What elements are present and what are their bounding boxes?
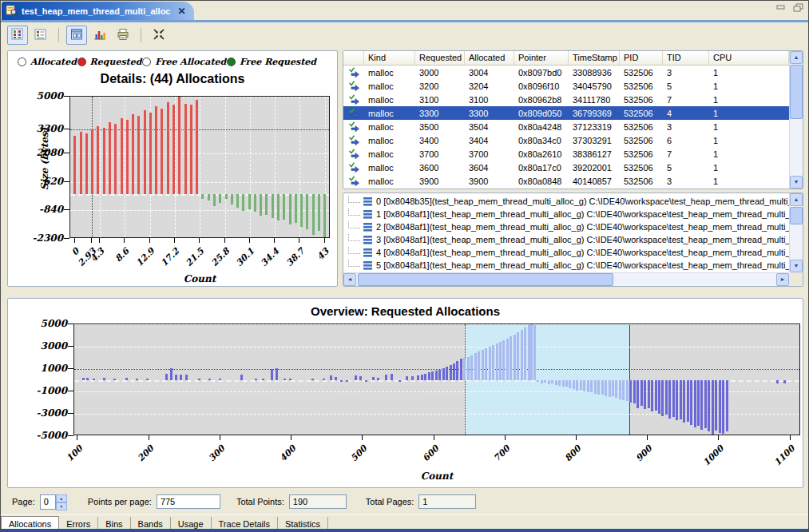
- column-header-Requested[interactable]: Requested: [415, 51, 465, 65]
- bar: [125, 378, 128, 380]
- table-row[interactable]: malloc390039000x80a08484014085753250631: [343, 174, 803, 188]
- list-view-button[interactable]: [30, 26, 51, 45]
- table-cell: 1: [709, 149, 789, 159]
- total-points-value: [289, 494, 347, 509]
- x-tick-label: 800: [563, 443, 583, 463]
- x-tick: [505, 435, 506, 440]
- backtrace-row[interactable]: 1 [0x8048af1](test_heap_mem_thread_multi…: [343, 208, 789, 220]
- restore-icon[interactable]: [793, 3, 803, 13]
- table-cell: 0x8097bd0: [514, 68, 569, 77]
- table-cell: malloc: [364, 136, 415, 145]
- bar: [184, 104, 187, 194]
- table-cell: 6: [663, 136, 709, 145]
- legend-item-free-allocated[interactable]: Free Allocated: [142, 57, 226, 67]
- details-plot-area[interactable]: [69, 96, 330, 238]
- bar: [583, 380, 585, 391]
- table-cell: 532506: [620, 177, 663, 186]
- tree-branch: [348, 208, 360, 216]
- backtrace-vertical-scrollbar[interactable]: ▲ ▼: [789, 193, 803, 272]
- fit-to-window-button[interactable]: [149, 26, 169, 45]
- table-cell: 532506: [620, 95, 663, 105]
- scroll-left-icon[interactable]: ◄: [343, 273, 356, 286]
- bar: [355, 375, 357, 380]
- column-header-Allocated[interactable]: Allocated: [465, 51, 514, 65]
- table-row[interactable]: malloc300030040x8097bd03308893653250631: [343, 66, 803, 79]
- table-row[interactable]: malloc330033000x809d0503679936953250641: [343, 106, 803, 120]
- column-header-PID[interactable]: PID: [620, 51, 663, 65]
- bar: [417, 375, 419, 380]
- x-tick-label: 25.8: [209, 246, 232, 268]
- table-cell: 3504: [465, 122, 514, 132]
- table-cell: malloc: [364, 177, 415, 186]
- scroll-right-icon[interactable]: ►: [776, 273, 789, 286]
- backtrace-row[interactable]: 5 [0x8048af1](test_heap_mem_thread_multi…: [343, 259, 789, 272]
- legend-item-free-requested[interactable]: Free Requested: [227, 57, 316, 67]
- page-value[interactable]: 0: [40, 494, 56, 510]
- bar: [265, 194, 268, 215]
- details-chart[interactable]: Size (bytes) Count 500033002080620-840-2…: [69, 96, 330, 238]
- chart-view-button[interactable]: [89, 26, 110, 45]
- scroll-thumb[interactable]: [790, 207, 803, 224]
- column-header-TimeStamp[interactable]: TimeStamp: [569, 51, 620, 65]
- scroll-thumb[interactable]: [790, 65, 803, 119]
- column-header-TID[interactable]: TID: [663, 51, 709, 65]
- spinner-up-icon[interactable]: ▲: [56, 494, 67, 502]
- selection-right-edge[interactable]: [629, 324, 630, 435]
- overview-plot-area[interactable]: [73, 324, 800, 435]
- column-header-icon[interactable]: [343, 51, 364, 65]
- backtrace-row[interactable]: 2 [0x8048af1](test_heap_mem_thread_multi…: [343, 220, 789, 233]
- x-tick-label: 900: [634, 443, 654, 463]
- legend-item-requested[interactable]: Requested: [77, 57, 142, 67]
- print-button[interactable]: [113, 26, 133, 45]
- table-cell: 40140857: [569, 177, 620, 186]
- points-per-page-input[interactable]: [157, 494, 220, 509]
- table-cell: 3204: [465, 81, 514, 91]
- y-tick-label: 3300: [7, 123, 63, 134]
- view-tab[interactable]: test_heap_mem_thread_multi_alloc ✕: [2, 2, 194, 20]
- scroll-down-icon[interactable]: ▼: [790, 260, 803, 272]
- bar: [467, 357, 470, 380]
- backtrace-row[interactable]: 4 [0x8048af1](test_heap_mem_thread_multi…: [343, 246, 789, 259]
- table-row[interactable]: malloc340034040x80a34c03730329153250661: [343, 133, 803, 147]
- grid-view-button[interactable]: [7, 26, 28, 45]
- bar: [517, 332, 519, 380]
- legend-radio-icon[interactable]: [227, 58, 236, 66]
- scroll-down-icon[interactable]: ▼: [790, 176, 803, 189]
- bar: [619, 380, 621, 399]
- table-vertical-scrollbar[interactable]: ▲ ▼: [789, 51, 803, 189]
- backtrace-horizontal-scrollbar[interactable]: ◄ ►: [343, 272, 789, 286]
- column-header-Pointer[interactable]: Pointer: [514, 51, 569, 65]
- legend-item-allocated[interactable]: Allocated: [18, 57, 77, 67]
- bar: [161, 109, 163, 194]
- editor-layout-button[interactable]: [66, 26, 87, 45]
- table-cell: 39202001: [569, 163, 620, 173]
- legend-radio-icon[interactable]: [142, 58, 151, 66]
- table-cell: 0x80a2610: [514, 149, 569, 159]
- bar: [460, 359, 462, 380]
- column-header-Kind[interactable]: Kind: [364, 51, 415, 65]
- table-row[interactable]: malloc310031000x80962b83411178053250671: [343, 93, 803, 106]
- toolbar-separator: [141, 28, 141, 42]
- page-spinner[interactable]: 0 ▲ ▼: [40, 494, 67, 510]
- legend-radio-icon[interactable]: [77, 58, 86, 66]
- bar: [428, 372, 430, 380]
- table-row[interactable]: malloc350035040x80a42483712331953250631: [343, 120, 803, 133]
- table-cell: 0x80a17c0: [514, 163, 569, 173]
- backtrace-row[interactable]: 0 [0x8048b35](test_heap_mem_thread_multi…: [343, 195, 789, 208]
- table-row[interactable]: malloc360036040x80a17c03920200153250651: [343, 161, 803, 174]
- column-header-CPU[interactable]: CPU: [709, 51, 789, 65]
- spinner-down-icon[interactable]: ▼: [56, 502, 67, 510]
- legend-radio-icon[interactable]: [18, 58, 26, 66]
- table-row[interactable]: malloc370037000x80a26103838612753250671: [343, 147, 803, 161]
- bar: [597, 380, 600, 395]
- backtrace-row[interactable]: 3 [0x8048af1](test_heap_mem_thread_multi…: [343, 233, 789, 246]
- close-icon[interactable]: ✕: [177, 6, 185, 17]
- tree-branch: [348, 234, 360, 241]
- scroll-up-icon[interactable]: ▲: [790, 193, 803, 206]
- overview-chart[interactable]: Count 500030001000-1000-3000-50001002003…: [73, 324, 800, 435]
- scroll-up-icon[interactable]: ▲: [790, 51, 803, 64]
- scroll-thumb[interactable]: [358, 273, 613, 286]
- table-row[interactable]: malloc320032040x8096f103404579053250651: [343, 79, 803, 93]
- minimize-icon[interactable]: [776, 3, 787, 13]
- bar: [700, 380, 703, 430]
